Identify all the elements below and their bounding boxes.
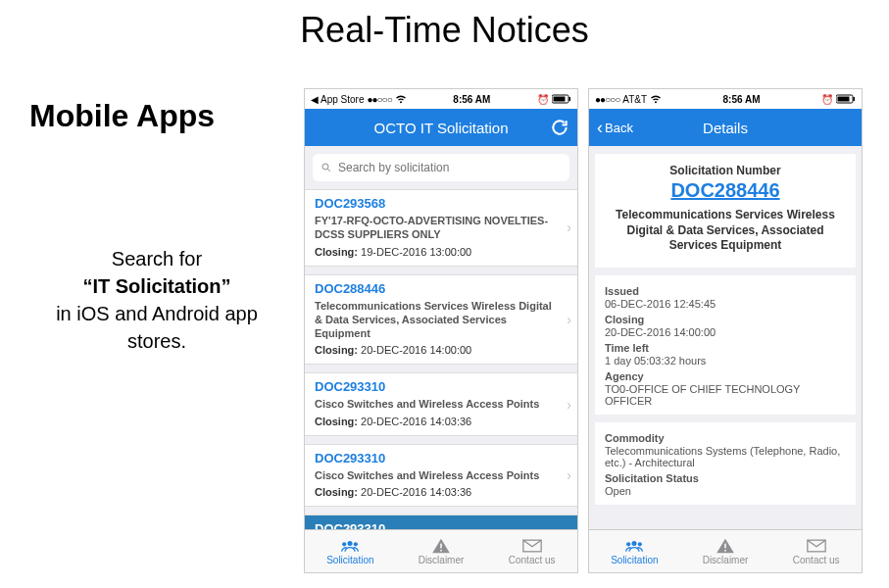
chevron-right-icon: › — [567, 220, 571, 235]
instructions-text: Search for “IT Solicitation” in iOS and … — [29, 245, 284, 355]
field-key: Time left — [605, 342, 846, 354]
tab-contact[interactable]: Contact us — [770, 530, 862, 572]
svg-rect-18 — [724, 550, 726, 552]
info-block-2: CommodityTelecommunications Systems (Tel… — [595, 422, 856, 505]
svg-rect-8 — [440, 543, 442, 548]
svg-rect-12 — [837, 97, 849, 102]
field-key: Agency — [605, 370, 846, 382]
list-item[interactable]: DOC293310 Cisco Switches and Wireless Ac… — [305, 372, 577, 435]
field-value: Open — [605, 485, 846, 497]
svg-rect-9 — [440, 550, 442, 552]
list-item[interactable]: DOC293310 Cisco Switches and Wireless Ac… — [305, 444, 577, 507]
solicitation-number-label: Solicitation Number — [603, 164, 848, 177]
battery-icon — [552, 94, 571, 104]
solicitation-title: Telecommunications Services Wireless Dig… — [603, 208, 848, 254]
tab-bar: Solicitation Disclaimer Contact us — [305, 529, 577, 572]
back-label: Back — [605, 121, 633, 135]
closing-value: 20-DEC-2016 14:00:00 — [361, 344, 471, 356]
svg-point-7 — [354, 542, 358, 546]
svg-point-15 — [626, 542, 630, 546]
field-value: Telecommunications Systems (Telephone, R… — [605, 445, 846, 468]
status-time: 8:56 AM — [723, 94, 761, 105]
closing-label: Closing: — [315, 486, 358, 498]
search-input[interactable] — [338, 161, 562, 174]
tab-label: Solicitation — [326, 555, 373, 565]
instruction-line: in iOS and Android app stores. — [29, 300, 284, 355]
alarm-icon: ⏰ — [821, 94, 833, 105]
tab-disclaimer[interactable]: Disclaimer — [680, 530, 771, 572]
closing-label: Closing: — [315, 416, 358, 427]
svg-point-14 — [632, 541, 637, 546]
phone-detail-view: ●●○○○ AT&T 8:56 AM ⏰ ‹ Back Details Soli… — [588, 88, 863, 573]
battery-icon — [836, 94, 856, 104]
field-value: 06-DEC-2016 12:45:45 — [605, 298, 846, 310]
envelope-icon — [807, 538, 826, 554]
carrier-label: AT&T — [622, 94, 647, 105]
instruction-bold: “IT Solicitation” — [29, 272, 284, 300]
tab-label: Disclaimer — [703, 555, 749, 565]
tab-bar: Solicitation Disclaimer Contact us — [589, 529, 862, 572]
warning-icon — [716, 538, 735, 554]
tab-label: Contact us — [793, 555, 840, 565]
svg-point-6 — [342, 542, 346, 546]
info-block-1: Issued06-DEC-2016 12:45:45 Closing20-DEC… — [595, 275, 856, 415]
slide-subtitle: Mobile Apps — [29, 98, 215, 134]
back-button[interactable]: ‹ Back — [597, 119, 633, 136]
doc-title: FY'17-RFQ-OCTO-ADVERTISING NOVELTIES-DCS… — [315, 214, 568, 242]
chevron-right-icon: › — [567, 467, 571, 483]
svg-point-3 — [322, 164, 328, 170]
doc-id: DOC288446 — [315, 281, 568, 296]
doc-title: Cisco Switches and Wireless Access Point… — [315, 468, 568, 482]
tab-solicitation[interactable]: Solicitation — [589, 530, 680, 572]
warning-icon — [431, 538, 451, 554]
signal-dots-icon: ●●○○○ — [595, 94, 619, 105]
closing-value: 20-DEC-2016 14:03:36 — [361, 486, 471, 498]
tab-label: Disclaimer — [419, 555, 465, 565]
search-icon — [321, 162, 332, 173]
tab-label: Contact us — [509, 555, 556, 565]
closing-label: Closing: — [315, 246, 358, 258]
doc-id: DOC293310 — [315, 451, 568, 466]
back-to-app-store[interactable]: ◀App Store — [311, 94, 364, 105]
status-bar: ◀App Store ●●○○○ 8:56 AM ⏰ — [305, 89, 577, 109]
field-key: Issued — [605, 285, 846, 297]
envelope-icon — [522, 538, 542, 554]
phone-list-view: ◀App Store ●●○○○ 8:56 AM ⏰ OCTO IT Solic… — [304, 88, 578, 573]
field-key: Closing — [605, 314, 846, 325]
svg-rect-2 — [568, 97, 570, 101]
nav-title: OCTO IT Solicitation — [305, 120, 577, 136]
tab-contact[interactable]: Contact us — [486, 530, 577, 572]
refresh-icon — [550, 118, 569, 137]
detail-header: Solicitation Number DOC288446 Telecommun… — [595, 154, 856, 268]
signal-dots-icon: ●●○○○ — [367, 94, 391, 105]
search-field[interactable] — [313, 154, 569, 181]
field-key: Commodity — [605, 432, 846, 444]
field-value: 1 day 05:03:32 hours — [605, 355, 846, 367]
chevron-right-icon: › — [567, 312, 571, 327]
svg-point-16 — [638, 542, 642, 546]
field-key: Solicitation Status — [605, 472, 846, 484]
tab-disclaimer[interactable]: Disclaimer — [396, 530, 487, 572]
tab-label: Solicitation — [611, 555, 658, 565]
slide-title: Real-Time Notices — [0, 10, 889, 51]
nav-bar: ‹ Back Details — [589, 109, 862, 146]
closing-value: 19-DEC-2016 13:00:00 — [361, 246, 471, 258]
chevron-right-icon: › — [567, 397, 571, 413]
people-icon — [624, 538, 644, 554]
nav-bar: OCTO IT Solicitation — [305, 109, 577, 146]
doc-title: Telecommunications Services Wireless Dig… — [315, 299, 568, 341]
status-time: 8:56 AM — [453, 94, 490, 105]
tab-solicitation[interactable]: Solicitation — [305, 530, 396, 572]
field-value: TO0-OFFICE OF CHIEF TECHNOLOGY OFFICER — [605, 383, 846, 407]
field-value: 20-DEC-2016 14:00:00 — [605, 326, 846, 338]
svg-point-5 — [348, 541, 353, 546]
list-item[interactable]: DOC288446 Telecommunications Services Wi… — [305, 274, 577, 366]
instruction-line: Search for — [29, 245, 284, 272]
refresh-button[interactable] — [550, 118, 569, 137]
status-bar: ●●○○○ AT&T 8:56 AM ⏰ — [589, 89, 862, 109]
people-icon — [340, 538, 360, 554]
chevron-left-icon: ‹ — [597, 119, 603, 136]
solicitation-number-link[interactable]: DOC288446 — [603, 179, 848, 202]
list-item[interactable]: DOC293568 FY'17-RFQ-OCTO-ADVERTISING NOV… — [305, 189, 577, 267]
doc-title: Cisco Switches and Wireless Access Point… — [315, 397, 568, 411]
